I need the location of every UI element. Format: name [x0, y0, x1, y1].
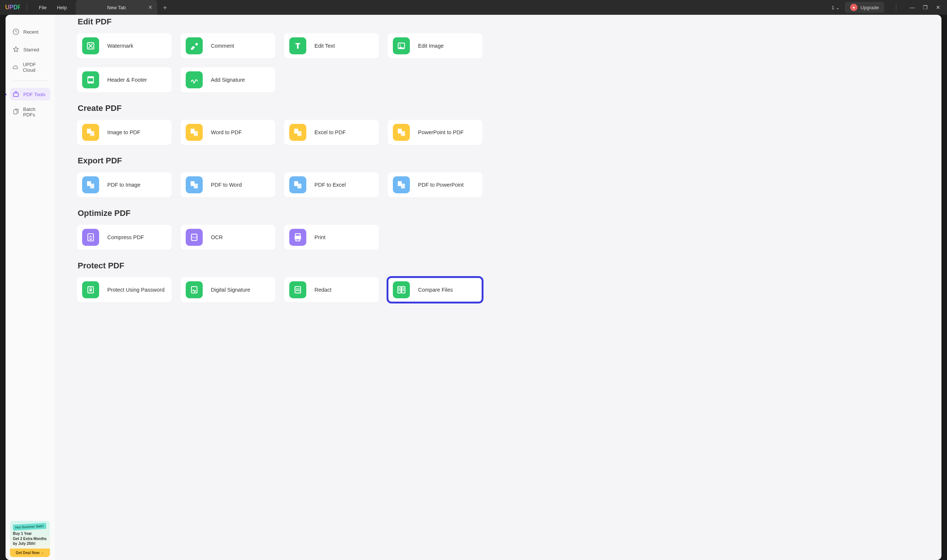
close-icon[interactable]: ✕ [148, 4, 153, 11]
tool-label: PDF to Image [107, 182, 140, 189]
ppt-to-pdf-icon [393, 124, 410, 141]
image-to-pdf-icon [82, 124, 99, 141]
tool-label: Digital Signature [211, 286, 250, 294]
menu-help[interactable]: Help [52, 5, 72, 10]
active-indicator [6, 94, 7, 95]
sidebar-item-pdf-tools[interactable]: PDF Tools [10, 88, 50, 100]
svg-rect-1 [13, 93, 18, 97]
svg-rect-24 [401, 184, 405, 189]
grid-protect: Protect Using Password Digital Signature… [77, 277, 919, 302]
tool-label: Comment [211, 43, 234, 49]
tool-image-to-pdf[interactable]: Image to PDF [77, 120, 172, 145]
tool-label: Excel to PDF [315, 129, 346, 136]
svg-rect-36 [296, 290, 300, 291]
tool-protect-password[interactable]: Protect Using Password [77, 277, 172, 302]
sidebar-item-label: Recent [23, 29, 39, 35]
sidebar-item-batch[interactable]: Batch PDFs [10, 106, 50, 118]
compare-icon [393, 281, 410, 298]
tool-label: OCR [211, 234, 223, 241]
stack-icon [12, 108, 19, 116]
sidebar-item-recent[interactable]: Recent [10, 26, 50, 38]
tool-ocr[interactable]: OCR OCR [180, 225, 275, 250]
maximize-icon[interactable]: ❐ [921, 3, 929, 12]
tool-excel-to-pdf[interactable]: Excel to PDF [284, 120, 379, 145]
promo-line: Get 2 Extra Months [13, 536, 47, 542]
sidebar-item-label: Starred [23, 47, 39, 52]
tool-label: PowerPoint to PDF [418, 129, 464, 136]
titlebar: UPDF File Help New Tab ✕ ＋ 1 ⌄ ● Upgrade… [0, 0, 947, 15]
tool-label: Edit Text [315, 43, 335, 49]
promo-card[interactable]: Hot Summer Sale! Buy 1 Year Get 2 Extra … [10, 521, 50, 557]
tool-edit-image[interactable]: Edit Image [388, 33, 483, 58]
tool-ppt-to-pdf[interactable]: PowerPoint to PDF [388, 120, 483, 145]
tool-label: Print [315, 234, 325, 241]
section-title-export: Export PDF [78, 156, 919, 166]
svg-rect-33 [191, 286, 197, 293]
tool-label: Header & Footer [107, 77, 147, 83]
tool-watermark[interactable]: Watermark [77, 33, 172, 58]
tool-add-signature[interactable]: Add Signature [180, 67, 275, 92]
tool-pdf-to-image[interactable]: PDF to Image [77, 172, 172, 197]
tab-label: New Tab [107, 5, 126, 10]
upgrade-button[interactable]: ● Upgrade [845, 2, 884, 13]
new-tab-button[interactable]: ＋ [162, 3, 168, 12]
tool-word-to-pdf[interactable]: Word to PDF [180, 120, 275, 145]
tool-digital-signature[interactable]: Digital Signature [180, 277, 275, 302]
chevron-down-icon: ⌄ [836, 5, 840, 10]
tool-edit-text[interactable]: Edit Text [284, 33, 379, 58]
sidebar-item-cloud[interactable]: UPDF Cloud [10, 61, 50, 74]
ocr-icon: OCR [186, 229, 203, 246]
menu-file[interactable]: File [34, 5, 52, 10]
toolbox-icon [12, 91, 20, 98]
promo-banner: Hot Summer Sale! [13, 523, 46, 531]
tool-compress[interactable]: Compress PDF [77, 225, 172, 250]
svg-rect-10 [90, 131, 94, 136]
excel-to-pdf-icon [289, 124, 306, 141]
text-icon [289, 37, 306, 54]
pdf-to-ppt-icon [393, 176, 410, 193]
svg-rect-30 [296, 238, 300, 241]
clock-icon [12, 28, 20, 35]
svg-rect-16 [401, 131, 405, 136]
section-title-protect: Protect PDF [78, 261, 919, 271]
svg-rect-32 [89, 289, 92, 291]
tab-new[interactable]: New Tab ✕ [76, 0, 157, 15]
tool-label: PDF to Excel [315, 182, 346, 189]
tool-pdf-to-excel[interactable]: PDF to Excel [284, 172, 379, 197]
tool-label: PDF to PowerPoint [418, 182, 464, 189]
tool-compare-files[interactable]: Compare Files [388, 277, 483, 302]
sidebar-item-starred[interactable]: Starred [10, 43, 50, 56]
tool-label: Compare Files [418, 286, 453, 294]
svg-rect-22 [298, 184, 301, 189]
sidebar: Recent Starred UPDF Cloud PDF Tools [6, 15, 55, 560]
grid-optimize: Compress PDF OCR OCR Print [77, 225, 919, 250]
tool-pdf-to-ppt[interactable]: PDF to PowerPoint [388, 172, 483, 197]
tool-print[interactable]: Print [284, 225, 379, 250]
signature-icon [186, 71, 203, 88]
svg-rect-7 [88, 77, 93, 78]
svg-rect-2 [14, 110, 17, 114]
close-window-icon[interactable]: ✕ [935, 3, 942, 12]
tool-pdf-to-word[interactable]: PDF to Word [180, 172, 275, 197]
tool-header-footer[interactable]: Header & Footer [77, 67, 172, 92]
content: Edit PDF Watermark Comment Edit Text Edi… [55, 15, 941, 560]
tool-label: Protect Using Password [107, 286, 165, 294]
tool-comment[interactable]: Comment [180, 33, 275, 58]
tool-label: Watermark [107, 43, 133, 49]
print-icon [289, 229, 306, 246]
promo-line: by July 25th! [13, 541, 47, 546]
separator [13, 81, 47, 81]
grid-create: Image to PDF Word to PDF Excel to PDF Po… [77, 120, 919, 145]
promo-cta-button[interactable]: Get Deal Now → [10, 549, 50, 557]
digital-signature-icon [186, 281, 203, 298]
page-indicator[interactable]: 1 ⌄ [831, 5, 840, 10]
svg-rect-14 [298, 131, 301, 136]
tool-label: Add Signature [211, 77, 245, 83]
minimize-icon[interactable]: — [908, 3, 916, 12]
section-title-create: Create PDF [78, 103, 919, 113]
sidebar-item-label: PDF Tools [23, 92, 46, 97]
grid-edit: Watermark Comment Edit Text Edit Image H… [77, 33, 919, 92]
promo-line: Buy 1 Year [13, 531, 47, 536]
tool-redact[interactable]: Redact [284, 277, 379, 302]
lock-icon [82, 281, 99, 298]
